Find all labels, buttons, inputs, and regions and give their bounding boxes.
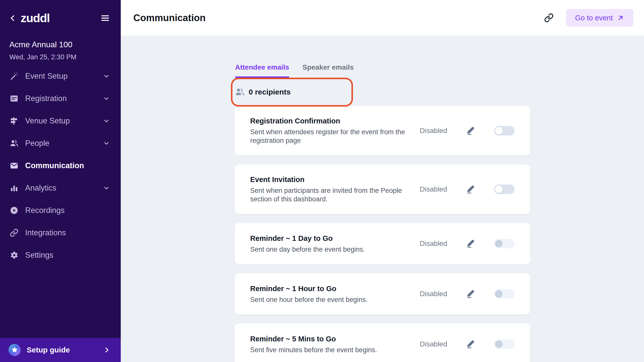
email-card-reminder-1-hour: Reminder ~ 1 Hour to Go Sent one hour be… — [235, 273, 530, 314]
external-arrow-icon — [617, 14, 624, 22]
email-toggle[interactable] — [494, 239, 515, 248]
app-window: zuddl Acme Annual 100 Wed, Jan 25, 2:30 … — [0, 0, 644, 362]
toggle-knob — [495, 290, 503, 298]
sidebar-item-label: People — [25, 139, 50, 148]
page-title: Communication — [133, 13, 206, 23]
sidebar-item-label: Recordings — [25, 206, 65, 215]
sidebar-item-people[interactable]: People — [0, 132, 121, 154]
email-title: Reminder ~ 1 Day to Go — [250, 234, 420, 243]
email-card-text: Event Invitation Sent when participants … — [250, 175, 420, 203]
chevron-right-icon — [103, 346, 110, 353]
edit-pencil-icon[interactable] — [466, 289, 475, 298]
sidebar-nav: Event Setup Registration Venue Setup — [0, 65, 121, 266]
toggle-knob — [495, 340, 503, 348]
email-toggle[interactable] — [494, 289, 515, 299]
chevron-down-icon — [103, 95, 110, 102]
chevron-down-icon — [103, 184, 110, 192]
email-toggle[interactable] — [494, 185, 515, 194]
sidebar-item-integrations[interactable]: Integrations — [0, 221, 121, 244]
email-description: Sent five minutes before the event begin… — [250, 346, 406, 354]
status-label: Disabled — [420, 240, 447, 248]
email-card-text: Reminder ~ 5 Mins to Go Sent five minute… — [250, 334, 420, 354]
page-header: Communication Go to event — [121, 0, 644, 36]
email-card-text: Reminder ~ 1 Day to Go Sent one day befo… — [250, 234, 420, 254]
email-description: Sent when attendees register for the eve… — [250, 128, 406, 145]
tab-attendee-emails[interactable]: Attendee emails — [235, 63, 289, 78]
email-controls: Disabled — [420, 339, 515, 349]
gear-icon — [9, 250, 19, 260]
toggle-knob — [495, 186, 503, 193]
edit-pencil-icon[interactable] — [466, 239, 475, 248]
recipients-summary: 0 recipients — [235, 87, 530, 97]
sidebar-item-label: Event Setup — [25, 72, 68, 81]
form-icon — [9, 94, 19, 103]
toggle-knob — [495, 240, 503, 247]
link-icon — [9, 228, 19, 238]
email-description: Sent one day before the event begins. — [250, 245, 406, 254]
email-controls: Disabled — [420, 185, 515, 194]
status-label: Disabled — [420, 340, 447, 348]
email-controls: Disabled — [420, 126, 515, 135]
email-controls: Disabled — [420, 289, 515, 299]
email-card-registration-confirmation: Registration Confirmation Sent when atte… — [235, 106, 530, 155]
sidebar-item-label: Communication — [25, 161, 84, 170]
email-toggle[interactable] — [494, 126, 515, 135]
star-badge — [9, 344, 21, 356]
collapse-back-icon[interactable] — [9, 14, 17, 22]
sidebar-item-label: Registration — [25, 94, 67, 103]
envelope-icon — [9, 161, 19, 170]
wand-icon — [9, 71, 19, 81]
people-icon — [9, 139, 19, 148]
event-datetime: Wed, Jan 25, 2:30 PM — [9, 53, 110, 61]
sidebar: zuddl Acme Annual 100 Wed, Jan 25, 2:30 … — [0, 0, 121, 362]
main-area: Communication Go to event Attendee email… — [121, 0, 644, 362]
setup-guide-button[interactable]: Setup guide — [0, 338, 121, 362]
email-description: Sent when participants are invited from … — [250, 186, 406, 203]
header-actions: Go to event — [544, 9, 633, 27]
sidebar-item-label: Venue Setup — [25, 116, 70, 125]
play-icon — [9, 206, 19, 215]
menu-hamburger-icon[interactable] — [100, 13, 110, 23]
content-column: Attendee emails Speaker emails 0 recipie… — [235, 63, 530, 362]
sidebar-item-label: Settings — [25, 251, 53, 260]
sidebar-header: zuddl — [0, 0, 121, 25]
status-label: Disabled — [420, 185, 447, 193]
sidebar-spacer — [0, 266, 121, 338]
email-card-text: Registration Confirmation Sent when atte… — [250, 116, 420, 145]
email-card-event-invitation: Event Invitation Sent when participants … — [235, 164, 530, 214]
sidebar-item-event-setup[interactable]: Event Setup — [0, 65, 121, 87]
sidebar-item-analytics[interactable]: Analytics — [0, 177, 121, 199]
email-card-text: Reminder ~ 1 Hour to Go Sent one hour be… — [250, 284, 420, 304]
sidebar-item-recordings[interactable]: Recordings — [0, 199, 121, 221]
email-card-reminder-5-mins: Reminder ~ 5 Mins to Go Sent five minute… — [235, 324, 530, 362]
edit-pencil-icon[interactable] — [466, 126, 475, 135]
chevron-down-icon — [103, 72, 110, 80]
email-title: Reminder ~ 1 Hour to Go — [250, 284, 420, 293]
edit-pencil-icon[interactable] — [466, 185, 475, 194]
email-tabs: Attendee emails Speaker emails — [235, 63, 530, 78]
zuddl-logo: zuddl — [21, 11, 50, 25]
sidebar-item-registration[interactable]: Registration — [0, 87, 121, 110]
recipients-count: 0 recipients — [249, 88, 291, 96]
users-icon — [235, 87, 245, 97]
content-area: Attendee emails Speaker emails 0 recipie… — [121, 36, 644, 362]
email-title: Registration Confirmation — [250, 116, 420, 125]
sidebar-item-settings[interactable]: Settings — [0, 244, 121, 266]
tab-speaker-emails[interactable]: Speaker emails — [302, 63, 354, 78]
sidebar-item-label: Analytics — [25, 184, 56, 193]
chevron-down-icon — [103, 117, 110, 125]
email-list: Registration Confirmation Sent when atte… — [235, 106, 530, 362]
chevron-down-icon — [103, 140, 110, 147]
go-to-event-button[interactable]: Go to event — [566, 9, 633, 27]
status-label: Disabled — [420, 127, 447, 135]
sidebar-item-venue-setup[interactable]: Venue Setup — [0, 110, 121, 132]
email-toggle[interactable] — [494, 339, 515, 349]
email-controls: Disabled — [420, 239, 515, 248]
copy-link-icon[interactable] — [544, 13, 554, 23]
sidebar-item-communication[interactable]: Communication — [0, 154, 121, 177]
go-to-event-label: Go to event — [575, 14, 613, 22]
edit-pencil-icon[interactable] — [466, 340, 475, 349]
email-title: Event Invitation — [250, 175, 420, 184]
event-name: Acme Annual 100 — [9, 39, 110, 50]
setup-guide-label: Setup guide — [27, 346, 70, 354]
